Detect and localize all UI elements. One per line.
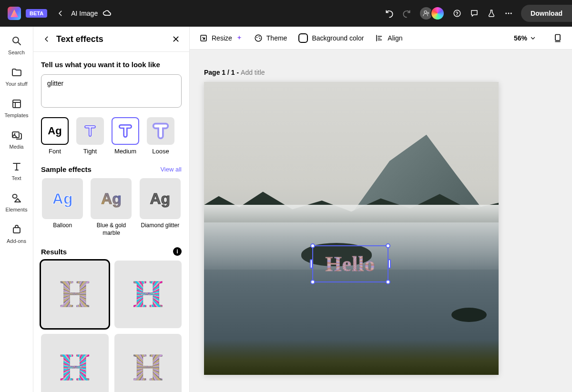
rail-addons[interactable]: Add-ons [0,224,33,244]
sample-diamond-glitter[interactable]: Ag Diamond glitter [139,178,182,237]
result-2[interactable]: H [114,261,182,328]
app-logo[interactable] [8,7,21,20]
zoom-control[interactable]: 56% [514,34,536,42]
hello-text[interactable]: Hello [316,249,385,279]
left-rail: Search Your stuff Templates Media Text E… [0,27,33,392]
folder-icon [11,67,22,78]
align-button[interactable]: Align [375,34,402,42]
style-tight[interactable]: Tight [76,117,104,155]
rail-search[interactable]: Search [0,35,33,55]
canvas-toolbar: Resize Theme Background color Align 56% [190,27,572,50]
more-icon[interactable] [504,9,513,18]
canvas-area: Resize Theme Background color Align 56% [190,27,572,392]
sparkle-icon [236,35,243,41]
templates-icon [11,98,22,110]
beta-badge: BETA [26,9,47,18]
chevron-down-icon [530,35,536,41]
rail-your-stuff[interactable]: Your stuff [0,67,33,87]
collaborators[interactable] [419,6,445,20]
canvas-image [204,82,499,375]
text-icon [11,161,22,172]
resize-handle-bl[interactable] [310,280,315,284]
user-avatar[interactable] [430,6,445,20]
sample-balloon[interactable]: Ag Balloon [41,178,84,237]
canvas-page[interactable]: Hello [204,82,499,375]
prompt-input[interactable] [41,74,182,108]
resize-handle-ml[interactable] [310,259,313,269]
resize-handle-tr[interactable] [386,243,390,248]
svg-point-11 [255,35,262,41]
chevron-left-icon [57,10,64,17]
beaker-icon[interactable] [487,9,496,18]
close-icon [172,35,180,43]
resize-handle-tl[interactable] [310,243,315,248]
rail-media[interactable]: Media [0,130,33,150]
cloud-sync-icon[interactable] [102,9,112,18]
app-header: BETA AI Image Download [0,0,572,27]
undo-button[interactable] [385,9,394,18]
result-3[interactable]: H [41,334,109,392]
result-4[interactable]: H [114,334,182,392]
shapes-icon [11,192,22,204]
download-button[interactable]: Download [521,5,572,22]
rail-text[interactable]: Text [0,161,33,181]
redo-button[interactable] [402,9,411,18]
theme-button[interactable]: Theme [254,34,287,42]
resize-button[interactable]: Resize [199,34,243,42]
info-icon[interactable]: i [173,247,182,256]
bgcolor-swatch [298,33,308,43]
svg-point-5 [13,37,19,43]
samples-title: Sample effects [41,165,92,173]
style-medium[interactable]: Medium [112,117,139,155]
svg-rect-15 [555,34,560,40]
media-icon [11,130,22,141]
prompt-label: Tell us what you want it to look like [41,60,182,69]
bgcolor-button[interactable]: Background color [298,33,364,43]
document-title[interactable]: AI Image [71,10,98,17]
svg-rect-6 [13,100,20,108]
svg-point-2 [505,13,507,14]
svg-rect-9 [13,228,20,233]
view-all-link[interactable]: View all [160,166,182,173]
align-icon [375,34,384,42]
addons-icon [11,224,22,235]
svg-point-14 [259,38,260,39]
results-title: Results [41,248,67,256]
panel-header: Text effects [33,27,189,52]
svg-point-13 [258,36,259,37]
chevron-left-icon [43,36,50,42]
rail-templates[interactable]: Templates [0,98,33,118]
svg-point-3 [508,13,510,14]
pages-icon[interactable] [553,33,562,43]
panel-close-button[interactable] [170,33,182,45]
svg-point-0 [424,11,427,13]
text-effects-panel: Text effects Tell us what you want it to… [33,27,190,392]
resize-icon [199,34,208,42]
rail-elements[interactable]: Elements [0,192,33,212]
comment-icon[interactable] [470,9,479,18]
sample-marble[interactable]: Ag Blue & gold marble [90,178,133,237]
help-icon[interactable] [452,9,462,18]
page-label[interactable]: Page 1 / 1 - Add title [204,69,558,76]
result-1[interactable]: H [41,261,109,328]
svg-point-12 [256,37,257,38]
style-loose[interactable]: Loose [147,117,174,155]
panel-title: Text effects [56,34,103,44]
header-back-button[interactable] [54,7,67,20]
search-icon [11,35,22,47]
resize-handle-mr[interactable] [388,259,391,269]
style-font[interactable]: Ag Font [41,117,69,155]
palette-icon [254,34,263,42]
resize-handle-br[interactable] [386,280,390,284]
text-selection-box[interactable]: Hello [312,245,388,282]
svg-point-4 [511,13,512,14]
panel-back-button[interactable] [41,33,52,45]
